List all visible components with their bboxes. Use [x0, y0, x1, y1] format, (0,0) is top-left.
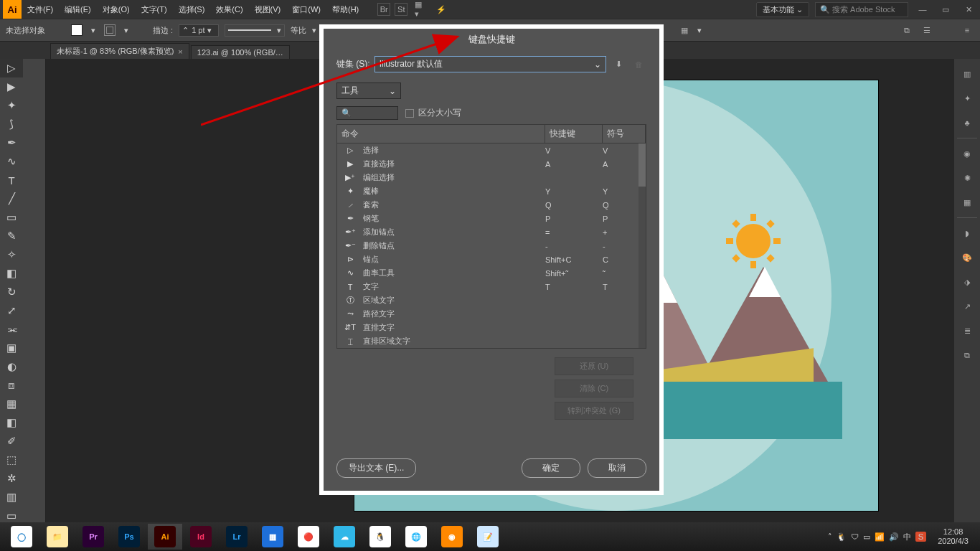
- prefs-icon[interactable]: ☰: [920, 23, 934, 37]
- minimize-button[interactable]: —: [914, 2, 931, 17]
- scale-mode[interactable]: 等比: [291, 25, 306, 36]
- direct-selection-tool[interactable]: ▶: [0, 77, 23, 96]
- blend-tool[interactable]: ⬚: [0, 451, 23, 469]
- gradient-panel-icon[interactable]: 🎨: [958, 248, 976, 267]
- shortcut-row[interactable]: ⤳路径文字: [337, 307, 646, 321]
- stroke-swatch[interactable]: [104, 24, 116, 36]
- tab-doc2[interactable]: 123.ai @ 100% (RGB/…: [191, 45, 290, 59]
- cancel-button[interactable]: 取消: [588, 458, 646, 478]
- width-tool[interactable]: ⫘: [0, 320, 23, 339]
- taskbar-notes[interactable]: 📝: [471, 524, 505, 550]
- taskbar-lightroom[interactable]: Lr: [220, 524, 254, 550]
- list-scrollbar[interactable]: [639, 143, 646, 348]
- shortcut-row[interactable]: ▷选择VV: [337, 143, 646, 157]
- bridge-icon[interactable]: Br: [377, 3, 390, 16]
- menu-type[interactable]: 文字(T): [136, 0, 173, 19]
- taskbar-chrome[interactable]: 🌐: [399, 524, 433, 550]
- shortcut-row[interactable]: ∿曲率工具Shift+˜˜: [337, 266, 646, 280]
- workspace-switcher[interactable]: 基本功能 ⌄: [756, 2, 809, 17]
- curvature-tool[interactable]: ∿: [0, 152, 23, 171]
- scale-tool[interactable]: ⤢: [0, 301, 23, 320]
- symbol-sprayer-tool[interactable]: ✲: [0, 469, 23, 488]
- shortcut-row[interactable]: T文字TT: [337, 280, 646, 293]
- taskbar-indesign[interactable]: Id: [184, 524, 218, 550]
- shaper-tool[interactable]: ✧: [0, 245, 23, 264]
- shortcut-row[interactable]: ✒⁺添加锚点=+: [337, 225, 646, 239]
- brushes-panel-icon[interactable]: ♣: [958, 113, 976, 132]
- tray-qq-icon[interactable]: 🐧: [837, 532, 847, 542]
- doc-setup-icon[interactable]: ⧉: [900, 23, 914, 37]
- save-set-icon[interactable]: ⬇: [611, 57, 626, 72]
- taskbar-browser[interactable]: ◯: [4, 524, 39, 550]
- ok-button[interactable]: 确定: [522, 458, 580, 478]
- menu-window[interactable]: 窗口(W): [286, 0, 326, 19]
- shortcut-row[interactable]: ⌶直排区域文字: [337, 334, 646, 348]
- stroke-panel-icon[interactable]: ◗: [958, 224, 976, 242]
- cc-panel-icon[interactable]: ◉: [958, 144, 976, 163]
- perspective-tool[interactable]: ⧈: [0, 376, 23, 395]
- shortcut-row[interactable]: ▶直接选择AA: [337, 157, 646, 171]
- tray-sogou-icon[interactable]: S: [915, 532, 926, 542]
- stroke-dropdown[interactable]: ▾: [121, 25, 131, 35]
- tray-volume-icon[interactable]: 🔊: [889, 532, 899, 542]
- stroke-weight-input[interactable]: ⌃1 pt▾: [179, 24, 219, 37]
- libraries-panel-icon[interactable]: ✦: [958, 89, 976, 108]
- fill-swatch[interactable]: [71, 24, 83, 36]
- tray-display-icon[interactable]: ▭: [863, 532, 870, 542]
- taskbar-premiere[interactable]: Pr: [76, 524, 110, 550]
- set-dropdown[interactable]: Illustrator 默认值⌄: [374, 56, 606, 72]
- arrange-docs-icon[interactable]: ▦ ▾: [415, 3, 428, 16]
- fill-dropdown[interactable]: ▾: [88, 25, 98, 35]
- artboards-panel-icon[interactable]: ⧉: [958, 346, 976, 364]
- rotate-tool[interactable]: ↻: [0, 283, 23, 301]
- properties-panel-icon[interactable]: ▥: [958, 65, 976, 83]
- system-tray[interactable]: ˄ 🐧 🛡 ▭ 📶 🔊 中 S 12:08 2020/4/3: [828, 527, 976, 546]
- search-input[interactable]: 🔍: [336, 106, 398, 120]
- paintbrush-tool[interactable]: ✎: [0, 227, 23, 245]
- magic-wand-tool[interactable]: ✦: [0, 96, 23, 115]
- type-tool[interactable]: T: [0, 171, 23, 189]
- rectangle-tool[interactable]: ▭: [0, 208, 23, 227]
- shortcut-row[interactable]: ✒⁻删除锚点--: [337, 239, 646, 253]
- free-transform-tool[interactable]: ▣: [0, 339, 23, 357]
- category-dropdown[interactable]: 工具⌄: [336, 83, 401, 99]
- shortcut-row[interactable]: ⊳锚点Shift+CC: [337, 253, 646, 266]
- shortcut-row[interactable]: ✒钢笔PP: [337, 212, 646, 225]
- eraser-tool[interactable]: ◧: [0, 264, 23, 283]
- export-panel-icon[interactable]: ↗: [958, 297, 976, 316]
- search-stock-input[interactable]: 🔍 搜索 Adobe Stock: [815, 2, 908, 17]
- taskbar-explorer[interactable]: 📁: [40, 524, 75, 550]
- close-button[interactable]: ✕: [960, 2, 977, 17]
- tray-wifi-icon[interactable]: 📶: [875, 532, 885, 542]
- mesh-tool[interactable]: ▦: [0, 395, 23, 413]
- gpu-icon[interactable]: ⚡: [435, 3, 448, 16]
- layers-panel-icon[interactable]: ≣: [958, 321, 976, 340]
- swatches-panel-icon[interactable]: ▦: [958, 193, 976, 212]
- lasso-tool[interactable]: ⟆: [0, 115, 23, 133]
- line-tool[interactable]: ╱: [0, 189, 23, 208]
- column-graph-tool[interactable]: ▥: [0, 488, 23, 507]
- tray-ime[interactable]: 中: [903, 532, 911, 542]
- shortcut-row[interactable]: ⟋套索QQ: [337, 198, 646, 212]
- tab-doc1[interactable]: 未标题-1 @ 83% (RGB/像素预览)×: [50, 43, 189, 59]
- color-panel-icon[interactable]: ✺: [958, 169, 976, 187]
- clock[interactable]: 12:08 2020/4/3: [930, 527, 976, 546]
- tray-shield-icon[interactable]: 🛡: [851, 532, 859, 541]
- stock-icon[interactable]: St: [395, 3, 407, 16]
- menu-edit[interactable]: 编辑(E): [59, 0, 97, 19]
- shortcut-list[interactable]: ▷选择VV▶直接选择AA▶⁺编组选择✦魔棒YY⟋套索QQ✒钢笔PP✒⁺添加锚点=…: [336, 143, 646, 349]
- stroke-style-dropdown[interactable]: ▾: [225, 24, 285, 37]
- menu-view[interactable]: 视图(V): [249, 0, 287, 19]
- close-icon[interactable]: ×: [178, 47, 182, 56]
- taskbar-photoshop[interactable]: Ps: [112, 524, 146, 550]
- shortcut-row[interactable]: ✦魔棒YY: [337, 184, 646, 198]
- taskbar-illustrator[interactable]: Ai: [148, 524, 182, 550]
- taskbar-qq[interactable]: 🐧: [363, 524, 397, 550]
- shortcut-row[interactable]: Ⓣ区域文字: [337, 293, 646, 307]
- menu-file[interactable]: 文件(F): [22, 0, 59, 19]
- menu-effect[interactable]: 效果(C): [210, 0, 248, 19]
- case-sensitive-checkbox[interactable]: 区分大小写: [405, 107, 461, 119]
- shortcut-row[interactable]: ⇵T直排文字: [337, 321, 646, 334]
- shape-builder-tool[interactable]: ◐: [0, 357, 23, 376]
- taskbar-app3[interactable]: ☁: [327, 524, 362, 550]
